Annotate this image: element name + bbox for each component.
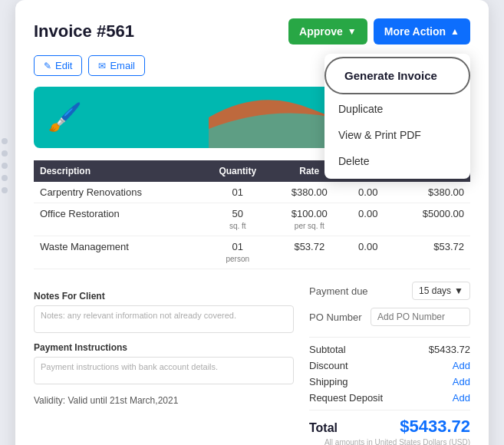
cell-quantity: 50sq. ft — [201, 203, 274, 236]
generate-invoice-wrapper: Generate Invoice — [331, 61, 464, 90]
invoice-card: Invoice #561 Approve ▼ More Action ▲ Gen… — [15, 0, 489, 445]
cell-total: $5000.00 — [391, 203, 470, 236]
decorative-dots — [2, 138, 8, 193]
cell-quantity: 01 — [201, 182, 274, 203]
chevron-down-icon: ▼ — [348, 26, 357, 37]
cell-total: $53.72 — [391, 236, 470, 269]
cell-quantity: 01person — [201, 236, 274, 269]
approve-button[interactable]: Approve ▼ — [288, 18, 367, 44]
cell-description: Waste Management — [34, 236, 201, 269]
edit-button[interactable]: ✎ Edit — [34, 55, 82, 76]
po-input[interactable] — [371, 308, 470, 326]
discount-add[interactable]: Add — [453, 360, 470, 371]
delete-item[interactable]: Delete — [324, 148, 470, 174]
shipping-label: Shipping — [309, 376, 348, 387]
col-description: Description — [34, 160, 201, 182]
table-row: Carpentry Renovations 01 $380.00 0.00 $3… — [34, 182, 470, 203]
cell-rate: $53.72 — [274, 236, 344, 269]
invoice-title: Invoice #561 — [34, 21, 134, 41]
validity-text: Validity: Valid until 21st March,2021 — [34, 395, 294, 406]
col-quantity: Quantity — [201, 160, 274, 182]
divider-1 — [309, 337, 470, 338]
more-action-button[interactable]: More Action ▲ — [374, 18, 470, 44]
subtotal-value: $5433.72 — [429, 344, 470, 355]
subtotal-row: Subtotal $5433.72 — [309, 344, 470, 355]
duplicate-item[interactable]: Duplicate — [324, 96, 470, 122]
discount-label: Discount — [309, 360, 348, 371]
email-button[interactable]: ✉ Email — [88, 55, 145, 76]
cell-rate: $380.00 — [274, 182, 344, 203]
cell-total: $380.00 — [391, 182, 470, 203]
right-column: Payment due 15 days ▼ PO Number Subtotal… — [309, 282, 470, 445]
divider-2 — [309, 410, 470, 410]
generate-invoice-item[interactable]: Generate Invoice — [331, 61, 464, 90]
paint-brush-icon: 🖌️ — [48, 101, 82, 134]
payment-instructions-input[interactable]: Payment instructions with bank account d… — [34, 357, 294, 384]
table-row: Waste Management 01person $53.72 0.00 $5… — [34, 236, 470, 269]
request-deposit-label: Request Deposit — [309, 392, 383, 404]
payment-instructions-label: Payment Instructions — [34, 342, 294, 353]
table-row: Office Restoration 50sq. ft $100.00per s… — [34, 203, 470, 236]
header: Invoice #561 Approve ▼ More Action ▲ Gen… — [34, 18, 470, 44]
total-label: Total — [309, 421, 338, 435]
chevron-up-icon: ▲ — [450, 26, 460, 37]
discount-row: Discount Add — [309, 360, 470, 371]
cell-tax: 0.00 — [344, 236, 391, 269]
chevron-down-icon: ▼ — [454, 285, 463, 296]
shipping-row: Shipping Add — [309, 376, 470, 387]
cell-description: Office Restoration — [34, 203, 201, 236]
cell-description: Carpentry Renovations — [34, 182, 201, 203]
main-body: Notes For Client Notes: any relevant inf… — [34, 282, 470, 445]
edit-icon: ✎ — [44, 61, 51, 71]
cell-rate: $100.00per sq. ft — [274, 203, 344, 236]
payment-due-select[interactable]: 15 days ▼ — [412, 282, 470, 300]
header-actions: Approve ▼ More Action ▲ Generate Invoice… — [288, 18, 470, 44]
shipping-add[interactable]: Add — [453, 376, 470, 387]
request-deposit-add[interactable]: Add — [453, 392, 470, 404]
total-row: Total $5433.72 — [309, 417, 470, 437]
email-icon: ✉ — [98, 61, 106, 71]
dropdown-menu: Generate Invoice Duplicate View & Print … — [324, 54, 470, 179]
cell-tax: 0.00 — [344, 203, 391, 236]
view-print-item[interactable]: View & Print PDF — [324, 122, 470, 148]
cell-tax: 0.00 — [344, 182, 391, 203]
payment-due-row: Payment due 15 days ▼ — [309, 282, 470, 300]
notes-input[interactable]: Notes: any relevant information not alre… — [34, 305, 294, 333]
left-column: Notes For Client Notes: any relevant inf… — [34, 282, 294, 445]
payment-due-label: Payment due — [309, 285, 368, 297]
po-row: PO Number — [309, 308, 470, 326]
subtotal-label: Subtotal — [309, 344, 346, 355]
notes-label: Notes For Client — [34, 291, 294, 302]
request-deposit-row: Request Deposit Add — [309, 392, 470, 404]
currency-note: All amounts in United States Dollars (US… — [309, 438, 470, 445]
po-label: PO Number — [309, 312, 362, 323]
total-amount: $5433.72 — [400, 417, 470, 437]
